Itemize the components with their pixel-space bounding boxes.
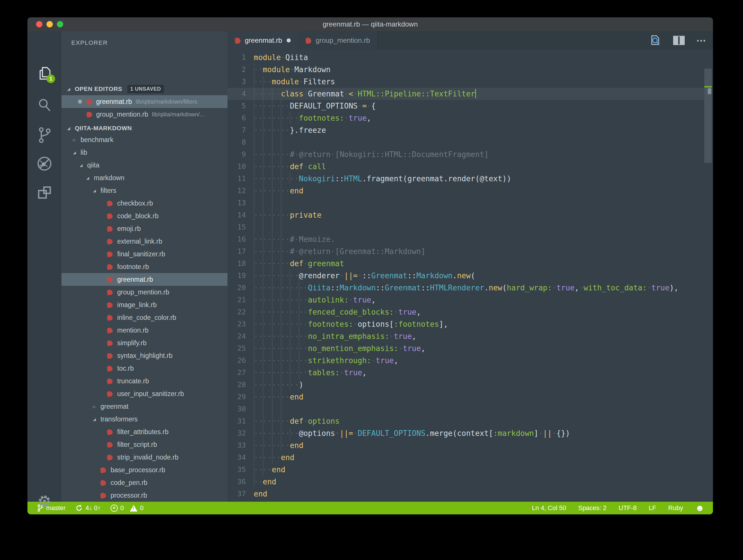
tree-item-group_mention.rb[interactable]: group_mention.rb <box>61 286 227 298</box>
unsaved-dot-icon[interactable] <box>287 38 291 42</box>
tree-item-simplify.rb[interactable]: simplify.rb <box>61 337 227 349</box>
tree-item-mention.rb[interactable]: mention.rb <box>61 324 227 337</box>
more-actions-icon[interactable]: ⋯ <box>696 38 707 43</box>
code-line-36[interactable]: 36··end <box>227 476 705 488</box>
code-line-16[interactable]: 16········#·Memoize. <box>227 233 705 245</box>
code-line-9[interactable]: 9········#·@return·[Nokogiri::HTML::Docu… <box>227 148 705 161</box>
encoding-setting[interactable]: UTF-8 <box>619 504 637 512</box>
tree-item-filter_attributes.rb[interactable]: filter_attributes.rb <box>61 426 227 438</box>
code-line-37[interactable]: 37end <box>227 488 705 500</box>
project-section-header[interactable]: ◢ QIITA-MARKDOWN <box>67 122 227 134</box>
tree-item-user_input_sanitizer.rb[interactable]: user_input_sanitizer.rb <box>61 387 227 400</box>
unsaved-dot-icon[interactable] <box>78 99 82 103</box>
tree-item-markdown[interactable]: ◢markdown <box>61 171 227 184</box>
explorer-icon[interactable]: 1 <box>28 66 61 84</box>
code-line-17[interactable]: 17········#·@return·[Greenmat::Markdown] <box>227 245 705 257</box>
source-control-icon[interactable] <box>28 126 61 144</box>
code-line-19[interactable]: 19··········@renderer·||=·::Greenmat::Ma… <box>227 270 705 282</box>
debug-icon[interactable] <box>28 155 61 172</box>
tree-item-filters[interactable]: ◢filters <box>61 184 227 197</box>
tree-item-checkbox.rb[interactable]: checkbox.rb <box>61 197 227 210</box>
code-line-31[interactable]: 31········def·options <box>227 415 705 427</box>
search-icon[interactable] <box>28 97 61 113</box>
tree-item-inline_code_color.rb[interactable]: inline_code_color.rb <box>61 311 227 324</box>
settings-gear-icon[interactable] <box>28 493 61 509</box>
tree-item-benchmark[interactable]: ▷benchmark <box>61 133 227 146</box>
code-line-8[interactable]: 8 <box>227 136 705 148</box>
line-number: 14 <box>227 209 246 221</box>
code-line-5[interactable]: 5········DEFAULT_OPTIONS·=·{ <box>227 100 705 112</box>
tree-item-strip_invalid_node.rb[interactable]: strip_invalid_node.rb <box>61 451 227 464</box>
problems-status[interactable]: × 0 ! 0 <box>111 504 144 512</box>
code-line-20[interactable]: 20············Qiita::Markdown::Greenmat:… <box>227 282 705 294</box>
tree-item-base_processor.rb[interactable]: base_processor.rb <box>61 464 227 476</box>
code-line-14[interactable]: 14········private <box>227 209 705 221</box>
cursor-position[interactable]: Ln 4, Col 50 <box>532 504 566 512</box>
code-line-24[interactable]: 24············no_intra_emphasis:·true, <box>227 330 705 342</box>
code-line-34[interactable]: 34······end <box>227 451 705 464</box>
code-line-7[interactable]: 7········}.freeze <box>227 124 705 136</box>
code-line-18[interactable]: 18········def·greenmat <box>227 257 705 270</box>
code-line-12[interactable]: 12········end <box>227 185 705 197</box>
code-line-23[interactable]: 23············footnotes:·options[:footno… <box>227 318 705 330</box>
tree-item-image_link.rb[interactable]: image_link.rb <box>61 298 227 311</box>
extensions-icon[interactable] <box>28 185 61 201</box>
eol-setting[interactable]: LF <box>649 504 656 512</box>
tree-item-code_block.rb[interactable]: code_block.rb <box>61 210 227 222</box>
code-editor[interactable]: 1module·Qiita2··module·Markdown3····modu… <box>227 50 713 502</box>
minimize-window-button[interactable] <box>46 21 53 28</box>
tab-greenmat[interactable]: greenmat.rb <box>227 31 298 50</box>
tree-item-greenmat.rb[interactable]: greenmat.rb <box>61 273 227 286</box>
ruby-file-icon <box>100 492 106 498</box>
close-window-button[interactable] <box>36 21 42 28</box>
code-line-30[interactable]: 30 <box>227 403 705 415</box>
code-line-27[interactable]: 27············tables:·true, <box>227 367 705 379</box>
scrollbar-thumb[interactable] <box>704 69 712 163</box>
code-line-6[interactable]: 6··········footnotes:·true, <box>227 112 705 124</box>
tree-item-toc.rb[interactable]: toc.rb <box>61 362 227 375</box>
code-line-2[interactable]: 2··module·Markdown <box>227 63 705 76</box>
open-editor-greenmat.rb[interactable]: greenmat.rblib/qiita/markdown/filters <box>61 95 227 108</box>
code-line-35[interactable]: 35····end <box>227 464 705 476</box>
split-editor-icon[interactable] <box>672 35 685 46</box>
indent-whitespace: ········ <box>254 233 290 245</box>
tree-item-emoji.rb[interactable]: emoji.rb <box>61 222 227 235</box>
zoom-window-button[interactable] <box>57 21 63 28</box>
indentation-setting[interactable]: Spaces: 2 <box>578 504 607 512</box>
code-line-11[interactable]: 11··········Nokogiri::HTML.fragment(gree… <box>227 173 705 185</box>
language-mode[interactable]: Ruby <box>668 504 683 512</box>
tree-item-syntax_highlight.rb[interactable]: syntax_highlight.rb <box>61 349 227 362</box>
tree-item-qiita[interactable]: ◢qiita <box>61 159 227 171</box>
tree-item-external_link.rb[interactable]: external_link.rb <box>61 235 227 248</box>
open-editor-group_mention.rb[interactable]: group_mention.rblib/qiita/markdown/... <box>61 108 227 121</box>
open-editors-section-header[interactable]: ◢ OPEN EDITORS 1 UNSAVED <box>67 83 227 95</box>
code-line-4[interactable]: 4······class·Greenmat·<·HTML::Pipeline::… <box>227 88 705 100</box>
tree-item-code_pen.rb[interactable]: code_pen.rb <box>61 476 227 489</box>
code-line-32[interactable]: 32··········@options·||=·DEFAULT_OPTIONS… <box>227 427 705 439</box>
code-line-10[interactable]: 10········def·call <box>227 161 705 173</box>
tab-group-mention[interactable]: group_mention.rb <box>298 31 378 50</box>
tree-item-processor.rb[interactable]: processor.rb <box>61 489 227 502</box>
code-line-29[interactable]: 29········end <box>227 391 705 403</box>
code-line-28[interactable]: 28··········) <box>227 379 705 391</box>
code-line-15[interactable]: 15 <box>227 221 705 233</box>
tree-item-truncate.rb[interactable]: truncate.rb <box>61 375 227 387</box>
code-line-25[interactable]: 25············no_mention_emphasis:·true, <box>227 342 705 354</box>
tree-item-lib[interactable]: ◢lib <box>61 146 227 159</box>
tree-item-final_sanitizer.rb[interactable]: final_sanitizer.rb <box>61 248 227 260</box>
tree-item-greenmat[interactable]: ▷greenmat <box>61 400 227 413</box>
code-line-26[interactable]: 26············strikethrough:·true, <box>227 354 705 367</box>
tree-item-footnote.rb[interactable]: footnote.rb <box>61 260 227 273</box>
code-line-21[interactable]: 21············autolink:·true, <box>227 294 705 306</box>
feedback-smiley-icon[interactable]: ☻ <box>695 504 704 512</box>
code-line-3[interactable]: 3····module·Filters <box>227 76 705 88</box>
code-line-33[interactable]: 33········end <box>227 439 705 451</box>
code-line-13[interactable]: 13 <box>227 197 705 209</box>
find-in-file-icon[interactable] <box>649 34 662 47</box>
code-line-22[interactable]: 22············fenced_code_blocks:·true, <box>227 306 705 318</box>
tree-item-filter_script.rb[interactable]: filter_script.rb <box>61 438 227 451</box>
scrollbar[interactable] <box>704 68 712 502</box>
tree-item-transformers[interactable]: ◢transformers <box>61 413 227 426</box>
git-sync-status[interactable]: 4↓ 0↑ <box>75 504 101 512</box>
code-line-1[interactable]: 1module·Qiita <box>227 51 705 63</box>
